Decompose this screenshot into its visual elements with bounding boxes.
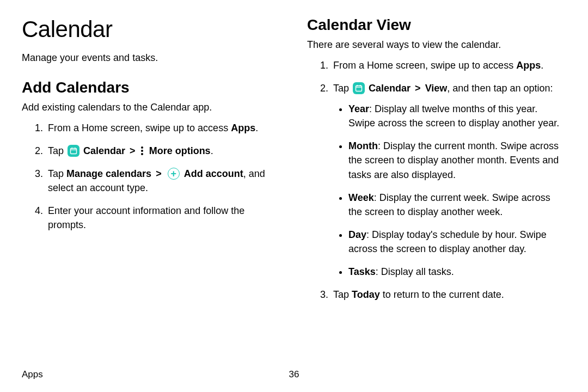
step-1: From a Home screen, swipe up to access A… [331, 58, 566, 72]
step-2: Tap Calendar > View, and then tap an opt… [331, 81, 566, 279]
page-title: Calendar [22, 16, 281, 42]
option-month: Month: Display the current month. Swipe … [348, 139, 566, 181]
apps-label: Apps [516, 60, 541, 71]
text: From a Home screen, swipe up to access [48, 122, 231, 133]
chevron-icon: > [156, 168, 162, 179]
left-column: Calendar Manage your events and tasks. A… [22, 16, 281, 359]
step-4: Enter your account information and follo… [46, 204, 281, 232]
calendar-view-steps: From a Home screen, swipe up to access A… [307, 58, 566, 310]
text: , and then tap an option: [447, 83, 553, 94]
page-footer: Apps 36 [22, 369, 566, 380]
step-3: Tap Today to return to the current date. [331, 287, 566, 302]
text: Tap [333, 289, 352, 300]
option-label: Day [348, 229, 366, 240]
text: Tap [48, 168, 66, 179]
calendar-label: Calendar [83, 145, 125, 156]
option-label: Year [348, 103, 369, 114]
more-options-label: More options [149, 145, 211, 156]
option-label: Month [348, 140, 378, 151]
step-3: Tap Manage calendars > + Add account, an… [46, 167, 281, 195]
text: From a Home screen, swipe up to access [333, 60, 516, 71]
text: . [255, 122, 258, 133]
manage-calendars-label: Manage calendars [66, 168, 151, 179]
calendar-icon [68, 145, 79, 157]
text: to return to the current date. [380, 289, 504, 300]
chevron-icon: > [130, 145, 136, 156]
option-desc: : Display all twelve months of this year… [348, 103, 559, 128]
apps-label: Apps [231, 122, 255, 133]
option-desc: : Display all tasks. [376, 266, 454, 277]
option-label: Week [348, 192, 374, 203]
footer-page-number: 36 [289, 369, 299, 380]
add-calendars-heading: Add Calendars [22, 79, 281, 96]
add-account-label: Add account [184, 168, 243, 179]
option-day: Day: Display today's schedule by hour. S… [348, 228, 566, 256]
calendar-icon [353, 82, 365, 94]
calendar-label: Calendar [369, 83, 411, 94]
option-desc: : Display today's schedule by hour. Swip… [348, 229, 547, 254]
step-2: Tap Calendar > More options. [46, 144, 281, 158]
option-label: Tasks [348, 266, 376, 277]
text: Tap [333, 83, 352, 94]
option-desc: : Display the current month. Swipe acros… [348, 140, 559, 180]
calendar-view-heading: Calendar View [307, 16, 566, 34]
today-label: Today [352, 289, 380, 300]
view-options-list: Year: Display all twelve months of this … [333, 102, 566, 279]
text: . [541, 60, 543, 71]
footer-section-label: Apps [22, 369, 43, 380]
option-tasks: Tasks: Display all tasks. [348, 265, 566, 279]
add-icon: + [168, 168, 180, 180]
text: . [211, 145, 213, 156]
view-label: View [425, 83, 448, 94]
add-calendars-steps: From a Home screen, swipe up to access A… [22, 121, 281, 241]
svg-rect-4 [356, 86, 362, 91]
page-subtitle: Manage your events and tasks. [22, 52, 281, 64]
right-column: Calendar View There are several ways to … [307, 16, 566, 359]
option-week: Week: Display the current week. Swipe ac… [348, 191, 566, 219]
chevron-icon: > [415, 83, 421, 94]
add-calendars-intro: Add existing calendars to the Calendar a… [22, 102, 281, 113]
option-year: Year: Display all twelve months of this … [348, 102, 566, 130]
option-desc: : Display the current week. Swipe across… [348, 192, 550, 217]
more-options-icon [141, 146, 144, 155]
step-1: From a Home screen, swipe up to access A… [46, 121, 281, 135]
text: Enter your account information and follo… [48, 205, 244, 230]
svg-rect-0 [71, 149, 77, 154]
text: Tap [48, 145, 66, 156]
calendar-view-intro: There are several ways to view the calen… [307, 39, 566, 51]
